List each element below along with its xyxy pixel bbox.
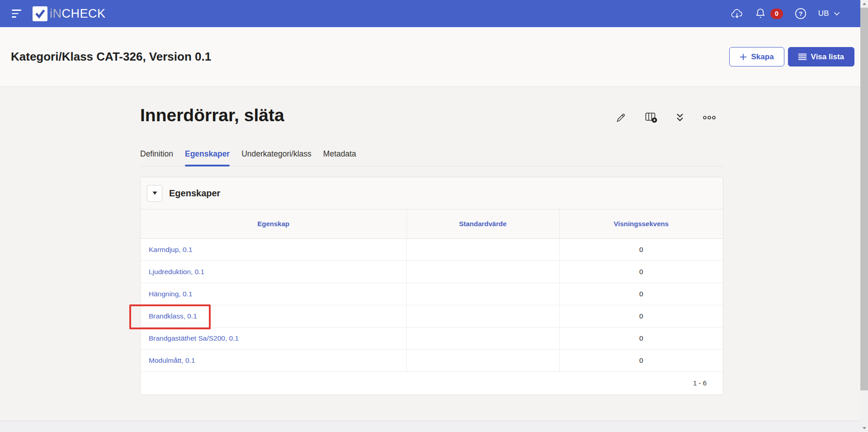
footer-strip [0, 421, 868, 432]
user-initials: UB [818, 9, 829, 18]
default-value-cell [406, 349, 559, 371]
triangle-down-icon [152, 191, 157, 195]
pagination: 1 - 6 [141, 372, 723, 394]
display-sequence-cell: 0 [559, 349, 723, 371]
property-link-brandklass[interactable]: Brandklass, 0.1 [149, 312, 197, 320]
page-title: Kategori/Klass CAT-326, Version 0.1 [11, 50, 211, 64]
checkmark-icon [33, 6, 47, 21]
display-sequence-cell: 0 [559, 305, 723, 327]
plus-icon [740, 53, 747, 61]
collapse-panel-button[interactable] [147, 185, 162, 202]
svg-text:?: ? [799, 10, 802, 17]
menu-icon[interactable] [12, 9, 23, 18]
user-menu[interactable]: UB [818, 9, 840, 18]
column-header-visningssekvens[interactable]: Visningssekvens [559, 209, 723, 238]
create-button[interactable]: Skapa [729, 47, 784, 66]
table-row: Brandgastäthet Sa/S200, 0.1 0 [141, 327, 723, 349]
list-icon [798, 53, 807, 60]
scroll-up-button[interactable] [860, 0, 868, 8]
panel-title: Egenskaper [169, 188, 220, 199]
default-value-cell [406, 283, 559, 305]
table-row-highlighted: Brandklass, 0.1 0 [141, 305, 723, 327]
title-bar: Kategori/Klass CAT-326, Version 0.1 Skap… [0, 27, 868, 87]
cloud-download-icon[interactable] [731, 8, 743, 19]
column-header-egenskap[interactable]: Egenskap [141, 209, 406, 238]
property-link[interactable]: Brandgastäthet Sa/S200, 0.1 [149, 334, 239, 342]
scrollbar-thumb[interactable] [860, 8, 868, 390]
tab-metadata[interactable]: Metadata [323, 149, 356, 166]
view-list-button[interactable]: Visa lista [788, 47, 854, 66]
default-value-cell [406, 327, 559, 349]
more-options-icon[interactable] [703, 115, 716, 120]
display-sequence-cell: 0 [559, 261, 723, 283]
bell-icon[interactable] [755, 8, 766, 19]
notification-badge[interactable]: 0 [770, 9, 783, 19]
chevron-down-icon [834, 12, 840, 16]
table-row: Karmdjup, 0.1 0 [141, 238, 723, 261]
display-sequence-cell: 0 [559, 283, 723, 305]
property-link[interactable]: Modulmått, 0.1 [149, 356, 195, 364]
help-icon[interactable]: ? [795, 8, 807, 19]
tab-egenskaper[interactable]: Egenskaper [185, 149, 230, 166]
display-sequence-cell: 0 [559, 327, 723, 349]
edit-pencil-icon[interactable] [616, 113, 626, 123]
add-column-icon[interactable] [645, 112, 657, 123]
property-link[interactable]: Ljudreduktion, 0.1 [149, 268, 204, 275]
properties-table: Egenskap Standardvärde Visningssekvens K… [141, 209, 723, 372]
egenskaper-panel: Egenskaper Egenskap Standardvärde Visnin… [140, 177, 723, 395]
property-link[interactable]: Hängning, 0.1 [149, 290, 193, 298]
table-row: Ljudreduktion, 0.1 0 [141, 261, 723, 283]
tab-underkategori-klass[interactable]: Underkategori/klass [241, 149, 311, 166]
table-row: Hängning, 0.1 0 [141, 283, 723, 305]
default-value-cell [406, 305, 559, 327]
app-logo[interactable]: iNCHECK [33, 6, 106, 21]
property-link[interactable]: Karmdjup, 0.1 [149, 246, 193, 253]
tab-bar: Definition Egenskaper Underkategori/klas… [140, 139, 723, 166]
display-sequence-cell: 0 [559, 238, 723, 261]
scroll-down-button[interactable] [860, 424, 868, 432]
record-heading: Innerdörrar, släta [140, 105, 284, 126]
table-header-row: Egenskap Standardvärde Visningssekvens [141, 209, 723, 238]
tab-definition[interactable]: Definition [140, 149, 173, 166]
logo-text: iNCHECK [50, 8, 106, 20]
content-area: Innerdörrar, släta [0, 87, 868, 432]
default-value-cell [406, 261, 559, 283]
default-value-cell [406, 238, 559, 261]
app-header: iNCHECK 0 ? UB [0, 0, 868, 27]
collapse-all-icon[interactable] [676, 113, 684, 122]
table-row: Modulmått, 0.1 0 [141, 349, 723, 371]
scrollbar[interactable] [860, 0, 868, 432]
panel-header: Egenskaper [141, 177, 723, 209]
column-header-standardvarde[interactable]: Standardvärde [406, 209, 559, 238]
